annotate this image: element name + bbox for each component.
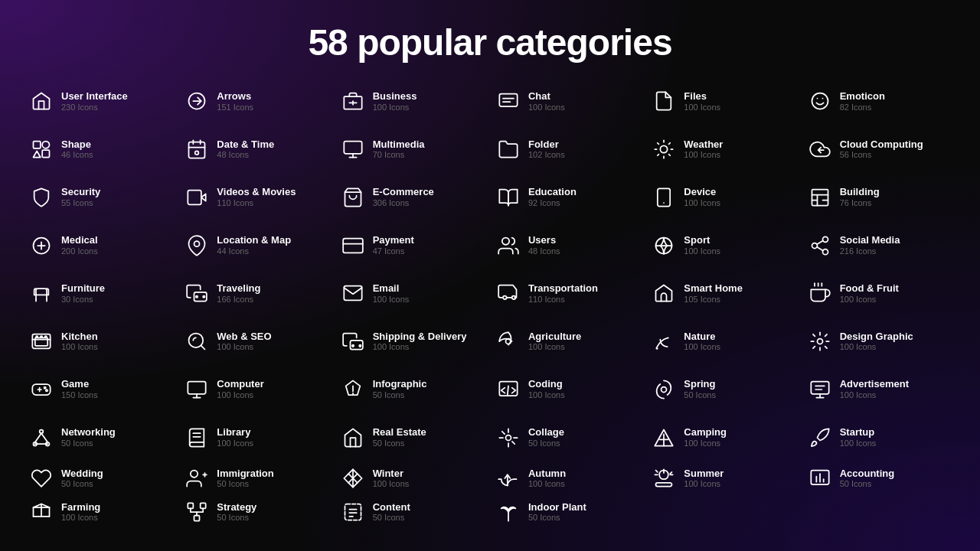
- svg-point-55: [36, 336, 38, 337]
- category-name: Medical: [61, 234, 98, 246]
- category-name: Spring: [684, 378, 716, 390]
- category-item[interactable]: Computer100 Icons: [178, 366, 334, 414]
- category-count: 100 Icons: [217, 342, 271, 352]
- smarthome-icon: [652, 281, 676, 305]
- video-icon: [185, 185, 209, 210]
- category-item[interactable]: Agriculture100 Icons: [490, 318, 645, 366]
- category-item[interactable]: Real Estate50 Icons: [335, 413, 490, 461]
- category-item[interactable]: Transportation110 Icons: [490, 269, 645, 318]
- svg-line-85: [35, 433, 41, 442]
- sport-icon: [652, 233, 676, 258]
- svg-line-39: [817, 246, 823, 250]
- category-item[interactable]: E-Commerce306 Icons: [335, 174, 490, 222]
- ecommerce-icon: [341, 185, 365, 210]
- category-item[interactable]: Location & Map44 Icons: [178, 221, 334, 269]
- category-item[interactable]: Accounting50 Icons: [802, 461, 957, 495]
- category-item[interactable]: Emoticon82 Icons: [802, 77, 957, 126]
- category-item[interactable]: Device100 Icons: [645, 174, 801, 222]
- category-item[interactable]: Smart Home105 Icons: [645, 269, 801, 318]
- category-item[interactable]: Strategy50 Icons: [178, 495, 334, 529]
- category-item[interactable]: Collage50 Icons: [490, 413, 645, 461]
- category-count: 30 Icons: [61, 295, 105, 305]
- category-name: Farming: [61, 501, 100, 514]
- category-name: Business: [373, 90, 417, 103]
- category-item[interactable]: Education92 Icons: [490, 174, 645, 222]
- category-item[interactable]: Summer100 Icons: [645, 461, 801, 495]
- category-item[interactable]: Date & Time48 Icons: [178, 126, 334, 174]
- category-name: Smart Home: [684, 282, 743, 295]
- category-item[interactable]: Medical200 Icons: [23, 221, 178, 269]
- category-item[interactable]: Food & Fruit100 Icons: [802, 269, 957, 318]
- realestate-icon: [341, 425, 365, 450]
- category-item[interactable]: Building76 Icons: [802, 174, 957, 222]
- category-item[interactable]: Design Graphic100 Icons: [802, 318, 957, 366]
- category-item[interactable]: Indoor Plant50 Icons: [490, 495, 645, 529]
- category-item[interactable]: Users48 Icons: [490, 221, 645, 269]
- category-count: 47 Icons: [373, 246, 414, 256]
- category-item[interactable]: Winter100 Icons: [335, 461, 490, 495]
- svg-point-37: [812, 243, 817, 248]
- category-item[interactable]: Files100 Icons: [645, 77, 801, 126]
- svg-point-44: [196, 296, 198, 298]
- category-item[interactable]: Kitchen100 Icons: [23, 318, 178, 366]
- category-item[interactable]: Payment47 Icons: [335, 221, 490, 269]
- category-name: Files: [684, 90, 720, 103]
- category-name: Weather: [684, 139, 723, 151]
- category-count: 100 Icons: [373, 103, 417, 112]
- svg-point-56: [41, 336, 42, 337]
- category-item[interactable]: Library100 Icons: [178, 413, 334, 461]
- category-count: 100 Icons: [528, 390, 565, 400]
- category-item[interactable]: Social Media216 Icons: [802, 221, 957, 269]
- svg-point-68: [44, 386, 46, 388]
- category-name: Nature: [684, 331, 720, 343]
- files-icon: [652, 89, 676, 113]
- category-item[interactable]: Content50 Icons: [335, 495, 490, 529]
- category-count: 92 Icons: [528, 198, 577, 208]
- shipping-icon: [341, 329, 365, 354]
- category-item[interactable]: Security55 Icons: [23, 174, 178, 222]
- category-item[interactable]: Web & SEO100 Icons: [178, 318, 334, 366]
- category-count: 50 Icons: [217, 513, 256, 523]
- category-name: Transportation: [528, 282, 598, 295]
- category-item[interactable]: Coding100 Icons: [490, 366, 645, 414]
- category-item[interactable]: Chat100 Icons: [490, 77, 645, 126]
- category-item[interactable]: Farming100 Icons: [23, 495, 178, 529]
- svg-rect-79: [811, 381, 828, 393]
- design-icon: [808, 329, 832, 354]
- category-item[interactable]: Videos & Movies110 Icons: [178, 174, 334, 222]
- category-item[interactable]: Furniture30 Icons: [23, 269, 178, 318]
- category-item[interactable]: Cloud Computing56 Icons: [802, 126, 957, 174]
- category-item[interactable]: Startup100 Icons: [802, 413, 957, 461]
- category-item[interactable]: Autumn100 Icons: [490, 461, 645, 495]
- category-item[interactable]: Multimedia70 Icons: [335, 126, 490, 174]
- category-item[interactable]: Folder102 Icons: [490, 126, 645, 174]
- category-item[interactable]: User Interface230 Icons: [23, 77, 178, 126]
- category-name: Camping: [684, 426, 727, 439]
- category-name: Library: [217, 426, 253, 439]
- category-item[interactable]: Weather100 Icons: [645, 126, 801, 174]
- category-count: 100 Icons: [217, 390, 263, 400]
- category-item[interactable]: Email100 Icons: [335, 269, 490, 318]
- category-name: Wedding: [61, 468, 103, 480]
- category-item[interactable]: Nature100 Icons: [645, 318, 801, 366]
- category-item[interactable]: Camping100 Icons: [645, 413, 801, 461]
- category-count: 105 Icons: [684, 295, 743, 305]
- category-item[interactable]: Traveling166 Icons: [178, 269, 334, 318]
- category-item[interactable]: Infographic50 Icons: [335, 366, 490, 414]
- category-item[interactable]: Sport100 Icons: [645, 221, 801, 269]
- category-count: 50 Icons: [217, 479, 273, 489]
- category-count: 82 Icons: [840, 103, 885, 112]
- users-icon: [496, 233, 521, 258]
- category-item[interactable]: Game150 Icons: [23, 366, 178, 414]
- svg-marker-12: [34, 151, 41, 157]
- category-item[interactable]: Wedding50 Icons: [23, 461, 178, 495]
- category-item[interactable]: Arrows151 Icons: [178, 77, 334, 126]
- category-item[interactable]: Immigration50 Icons: [178, 461, 334, 495]
- category-item[interactable]: Spring50 Icons: [645, 366, 801, 414]
- category-item[interactable]: Business100 Icons: [335, 77, 490, 126]
- category-item[interactable]: Networking50 Icons: [23, 413, 178, 461]
- category-item[interactable]: Advertisement100 Icons: [802, 366, 957, 414]
- category-item[interactable]: Shipping & Delivery100 Icons: [335, 318, 490, 366]
- category-item[interactable]: Shape46 Icons: [23, 126, 178, 174]
- svg-rect-10: [34, 142, 41, 148]
